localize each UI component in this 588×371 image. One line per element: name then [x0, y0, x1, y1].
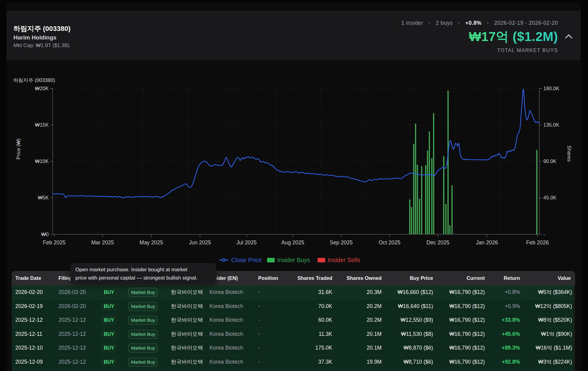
svg-text:₩20K: ₩20K: [35, 86, 49, 91]
svg-text:Aug 2025: Aug 2025: [281, 239, 304, 246]
svg-text:Jul 2025: Jul 2025: [236, 239, 257, 246]
svg-text:May 2025: May 2025: [140, 239, 163, 246]
svg-text:하림지주 (003380): 하림지주 (003380): [13, 77, 55, 83]
svg-text:Oct 2025: Oct 2025: [379, 239, 400, 246]
svg-text:Shares: Shares: [567, 146, 572, 161]
svg-text:Feb 2025: Feb 2025: [43, 239, 66, 246]
svg-text:90.0K: 90.0K: [543, 158, 556, 164]
svg-text:180.0K: 180.0K: [543, 86, 559, 91]
svg-text:₩10K: ₩10K: [35, 158, 49, 164]
svg-text:45.0K: 45.0K: [543, 195, 556, 200]
svg-text:Feb 2026: Feb 2026: [526, 239, 549, 246]
svg-text:135.0K: 135.0K: [543, 122, 559, 128]
svg-text:Jan 2026: Jan 2026: [476, 239, 498, 246]
svg-text:₩15K: ₩15K: [35, 122, 49, 128]
svg-text:₩0: ₩0: [41, 232, 49, 237]
svg-text:Mar 2025: Mar 2025: [91, 239, 114, 246]
svg-text:-: -: [543, 232, 545, 237]
svg-text:Dec 2025: Dec 2025: [427, 239, 450, 246]
svg-text:Price (₩): Price (₩): [16, 139, 21, 160]
svg-text:₩5K: ₩5K: [38, 195, 49, 200]
svg-text:Jun 2025: Jun 2025: [189, 239, 211, 246]
svg-text:Sep 2025: Sep 2025: [330, 239, 353, 246]
